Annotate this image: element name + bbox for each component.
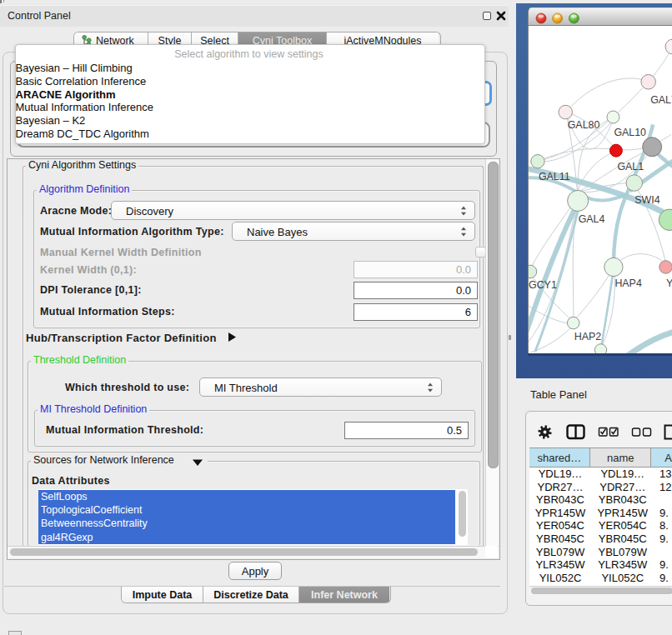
svg-text:Y: Y <box>666 278 672 289</box>
svg-text:SWI4: SWI4 <box>634 194 659 206</box>
svg-text:GAL11: GAL11 <box>539 171 570 182</box>
svg-text:GAL4: GAL4 <box>579 213 605 225</box>
svg-text:GAL7: GAL7 <box>650 94 672 106</box>
svg-text:HAP4: HAP4 <box>614 278 642 289</box>
svg-text:GAL1: GAL1 <box>617 161 644 172</box>
svg-text:GAL80: GAL80 <box>568 119 600 131</box>
svg-text:GCY1: GCY1 <box>529 279 557 291</box>
svg-text:GAL10: GAL10 <box>614 127 646 138</box>
svg-text:HAP2: HAP2 <box>574 331 602 342</box>
